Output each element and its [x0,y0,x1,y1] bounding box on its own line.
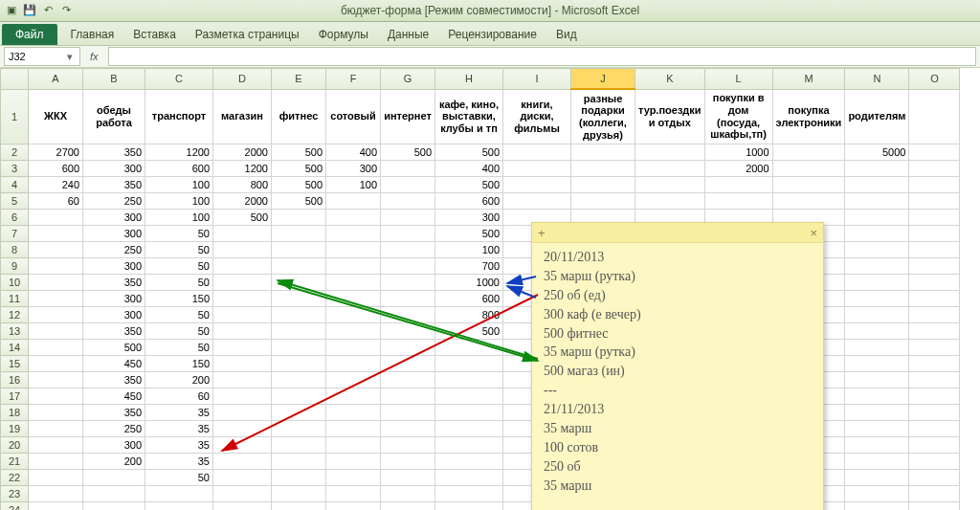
undo-icon[interactable]: ↶ [40,2,56,17]
cell[interactable] [909,242,960,258]
cell[interactable]: 100 [145,193,213,210]
cell[interactable]: 100 [145,210,213,226]
row-header-14[interactable]: 14 [1,340,29,356]
cell[interactable]: 500 [213,210,272,226]
cell[interactable] [145,502,213,511]
cell[interactable] [29,323,83,340]
cell[interactable] [326,405,381,421]
row-header-18[interactable]: 18 [1,405,29,421]
cell[interactable] [272,291,326,307]
cell[interactable] [381,340,435,356]
cell[interactable] [29,388,83,405]
cell[interactable]: 350 [83,144,145,161]
cell[interactable] [571,177,635,193]
cell[interactable] [381,226,435,242]
cell[interactable] [635,177,705,193]
cell[interactable]: 50 [145,226,213,242]
cell[interactable] [571,161,635,177]
cell[interactable]: 300 [83,437,145,454]
cell[interactable] [845,405,909,421]
cell[interactable]: 50 [145,242,213,258]
cell[interactable] [213,356,272,372]
fx-icon[interactable]: fx [90,51,99,62]
cell[interactable] [272,405,326,421]
spreadsheet-grid[interactable]: ABCDEFGHIJKLMNO1ЖКХобеды работатранспорт… [0,68,980,510]
cell[interactable] [213,258,272,275]
cell[interactable] [326,388,381,405]
cell[interactable] [29,226,83,242]
cell[interactable] [909,356,960,372]
cell[interactable] [29,210,83,226]
row-header-9[interactable]: 9 [1,258,29,275]
name-box[interactable]: J32 ▾ [4,47,80,66]
cell[interactable] [29,502,83,511]
cell[interactable] [635,161,705,177]
cell[interactable]: 250 [83,421,145,437]
cell[interactable]: 350 [83,405,145,421]
cell[interactable] [772,193,845,210]
cell[interactable] [272,454,326,470]
cell[interactable] [704,193,772,210]
cell[interactable] [909,226,960,242]
header-cell[interactable]: магазин [213,89,272,144]
cell[interactable] [213,502,272,511]
row-header-5[interactable]: 5 [1,193,29,210]
cell[interactable]: 1200 [145,144,213,161]
cell[interactable] [845,226,909,242]
cell[interactable]: 2700 [29,144,83,161]
cell[interactable]: 450 [83,356,145,372]
cell[interactable] [381,454,435,470]
cell[interactable] [272,340,326,356]
cell[interactable] [909,210,960,226]
cell[interactable] [326,275,381,291]
cell[interactable] [909,258,960,275]
cell[interactable]: 100 [145,177,213,193]
col-header-E[interactable]: E [272,69,326,90]
cell[interactable] [845,307,909,323]
cell[interactable] [213,275,272,291]
cell[interactable]: 300 [83,161,145,177]
header-cell[interactable]: фитнес [272,89,326,144]
cell[interactable] [909,275,960,291]
cell[interactable] [29,470,83,486]
cell[interactable] [29,405,83,421]
cell[interactable] [326,340,381,356]
cell[interactable] [772,161,845,177]
row-header-19[interactable]: 19 [1,421,29,437]
col-header-A[interactable]: A [29,69,83,90]
note-close-icon[interactable]: × [810,226,817,240]
cell[interactable]: 400 [326,144,381,161]
cell[interactable]: 600 [29,161,83,177]
cell[interactable] [909,177,960,193]
col-header-N[interactable]: N [845,69,909,90]
cell[interactable] [381,372,435,388]
cell[interactable] [29,242,83,258]
cell[interactable] [326,356,381,372]
cell[interactable] [145,486,213,502]
cell[interactable] [381,437,435,454]
header-cell[interactable]: родителям [845,89,909,144]
cell[interactable] [83,502,145,511]
cell[interactable] [29,356,83,372]
cell[interactable]: 50 [145,323,213,340]
cell[interactable]: 50 [145,470,213,486]
col-header-M[interactable]: M [772,69,845,90]
tab-formulas[interactable]: Формулы [309,24,378,45]
cell[interactable]: 150 [145,291,213,307]
cell[interactable]: 250 [83,193,145,210]
cell[interactable] [435,372,503,388]
cell[interactable] [213,340,272,356]
cell[interactable] [213,437,272,454]
cell[interactable]: 800 [435,307,503,323]
cell[interactable]: 300 [83,291,145,307]
cell[interactable] [381,307,435,323]
row-header-23[interactable]: 23 [1,486,29,502]
row-header-8[interactable]: 8 [1,242,29,258]
cell[interactable] [435,388,503,405]
row-header-21[interactable]: 21 [1,454,29,470]
cell[interactable] [213,323,272,340]
cell[interactable] [845,470,909,486]
cell[interactable]: 50 [145,307,213,323]
cell[interactable] [909,193,960,210]
header-cell[interactable]: сотовый [326,89,381,144]
